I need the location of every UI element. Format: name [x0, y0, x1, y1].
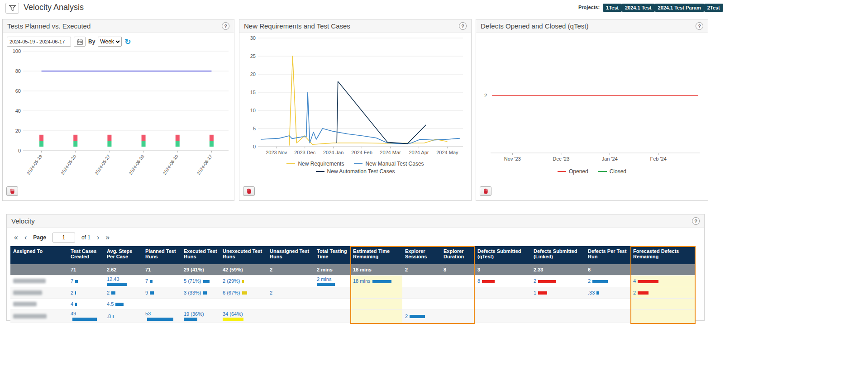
cell-value[interactable]: 4.5 — [107, 301, 114, 307]
summary-cell-name — [10, 264, 68, 275]
column-header-est_remaining[interactable]: Estimated Time Remaining — [350, 246, 402, 264]
cell-value[interactable]: 53 — [145, 311, 151, 316]
legend-item[interactable]: New Requirements — [286, 161, 344, 167]
help-icon[interactable]: ? — [222, 22, 229, 30]
column-header-tcc[interactable]: Test Cases Created — [68, 246, 104, 264]
calendar-button[interactable] — [74, 37, 86, 47]
cell-value[interactable]: 2 — [71, 290, 73, 295]
cell-unexecuted: 34 (64%) — [220, 309, 267, 323]
cell-value[interactable]: 12.43 — [107, 276, 119, 282]
hand-icon-button[interactable] — [480, 186, 491, 196]
cell-value[interactable]: 34 (64%) — [223, 311, 243, 317]
cell-bar — [72, 318, 97, 321]
cell-value[interactable]: 5 (71%) — [184, 278, 201, 284]
legend-item[interactable]: Opened — [558, 168, 588, 175]
svg-text:2024-06-03: 2024-06-03 — [128, 153, 145, 176]
legend-item[interactable]: New Manual Test Cases — [354, 161, 424, 167]
project-badge-1test[interactable]: 1Test — [603, 4, 622, 12]
cell-value[interactable]: 49 — [71, 311, 76, 316]
last-page-button[interactable]: » — [105, 234, 110, 241]
cell-value[interactable]: 2 — [270, 290, 272, 295]
project-badge-2test[interactable]: 2Test — [704, 4, 723, 12]
next-page-button[interactable]: › — [97, 234, 99, 241]
page-of-label: of 1 — [81, 234, 91, 241]
cell-avg: 2 — [104, 287, 143, 298]
page-number-input[interactable] — [52, 233, 75, 243]
legend-label: New Requirements — [298, 161, 344, 167]
column-header-def_qtest[interactable]: Defects Submitted (qTest) — [475, 246, 531, 264]
cell-value[interactable]: 9 — [145, 290, 148, 295]
cell-value[interactable]: 3 (33%) — [184, 290, 201, 295]
cell-value[interactable]: 2 — [405, 314, 408, 319]
cell-bar — [107, 283, 127, 286]
column-header-def_linked[interactable]: Defects Submitted (Linked) — [531, 246, 585, 264]
summary-cell-planned: 71 — [143, 264, 181, 275]
executed-bar — [39, 141, 43, 147]
hand-icon-button[interactable] — [243, 186, 255, 196]
projects-bar: Projects: 1Test2024.1 Test2024.1 Test Pa… — [578, 3, 723, 11]
cell-value[interactable]: 4 — [71, 301, 73, 307]
cell-value[interactable]: 8 — [477, 278, 480, 284]
hand-icon-button[interactable] — [6, 186, 18, 196]
cell-value[interactable]: 2 — [588, 278, 591, 284]
column-header-duration[interactable]: Explorer Duration — [441, 246, 475, 264]
cell-value[interactable]: 4 — [633, 278, 636, 284]
panel-defects-opened-closed: Defects Opened and Closed (qTest) ? 2Nov… — [476, 19, 708, 201]
column-header-name[interactable]: Assigned To — [10, 246, 68, 264]
hand-icon — [10, 188, 15, 194]
cell-value[interactable]: 1 — [534, 290, 536, 295]
prev-page-button[interactable]: ‹ — [24, 234, 27, 241]
panel-header: New Requirements and Test Cases ? — [239, 19, 471, 33]
legend-item[interactable]: Closed — [598, 168, 626, 175]
summary-cell-def_per_run: 6 — [585, 264, 630, 275]
cell-value[interactable]: 2 — [633, 290, 636, 295]
cell-unassigned — [267, 298, 314, 309]
cell-value[interactable]: 7 — [145, 278, 148, 284]
cell-value[interactable]: 6 (67%) — [223, 290, 240, 295]
refresh-button[interactable]: ↻ — [124, 38, 131, 46]
cell-tcc: 49 — [68, 309, 104, 323]
project-badge-2024-1-test[interactable]: 2024.1 Test — [622, 4, 655, 12]
svg-text:0: 0 — [253, 144, 256, 149]
column-header-executed[interactable]: Executed Test Runs — [181, 246, 220, 264]
cell-value[interactable]: .33 — [588, 290, 595, 295]
help-icon[interactable]: ? — [459, 22, 467, 30]
cell-value[interactable]: 2 — [107, 290, 110, 295]
column-header-avg[interactable]: Avg. Steps Per Case — [104, 246, 143, 264]
cell-value[interactable]: 2 (29%) — [223, 278, 240, 284]
column-header-total_time[interactable]: Total Testing Time — [314, 246, 350, 264]
svg-text:2024-05-20: 2024-05-20 — [60, 153, 77, 176]
cell-value[interactable]: 2 — [534, 278, 536, 284]
column-header-unassigned[interactable]: Unassigned Test Runs — [267, 246, 314, 264]
hand-icon — [483, 188, 489, 194]
column-header-forecast[interactable]: Forecasted Defects Remaining — [630, 246, 696, 264]
help-icon[interactable]: ? — [692, 217, 700, 225]
first-page-button[interactable]: « — [14, 234, 18, 241]
column-header-planned[interactable]: Planned Test Runs — [143, 246, 181, 264]
remaining-bar — [107, 135, 111, 141]
top-bar: Velocity Analysis Projects: 1Test2024.1 … — [0, 0, 868, 17]
cell-value[interactable]: .8 — [107, 314, 111, 319]
column-header-def_per_run[interactable]: Defects Per Test Run — [585, 246, 630, 264]
cell-value[interactable]: 2 mins — [317, 276, 331, 282]
legend-marker — [354, 163, 362, 164]
executed-bar — [73, 141, 77, 147]
svg-text:2024 Jan: 2024 Jan — [323, 150, 343, 155]
cell-est_remaining — [350, 309, 402, 323]
legend-item[interactable]: New Automation Test Cases — [316, 168, 395, 175]
cell-value[interactable]: 18 mins — [353, 278, 371, 284]
hand-icon — [246, 188, 252, 194]
column-header-unexecuted[interactable]: Unexecuted Test Runs — [220, 246, 267, 264]
project-badge-2024-1-test-param[interactable]: 2024.1 Test Param — [655, 4, 704, 12]
interval-select[interactable]: Week — [98, 37, 122, 47]
cell-bar — [638, 291, 649, 295]
cell-value[interactable]: 7 — [71, 278, 73, 284]
panel-title: Velocity — [11, 217, 35, 225]
help-icon[interactable]: ? — [696, 22, 703, 30]
column-header-sessions[interactable]: Explorer Sessions — [402, 246, 441, 264]
cell-def_qtest — [475, 309, 531, 323]
date-range-input[interactable] — [7, 37, 71, 47]
summary-cell-forecast — [630, 264, 696, 275]
filter-button[interactable] — [5, 3, 19, 14]
cell-value[interactable]: 19 (36%) — [184, 311, 204, 317]
